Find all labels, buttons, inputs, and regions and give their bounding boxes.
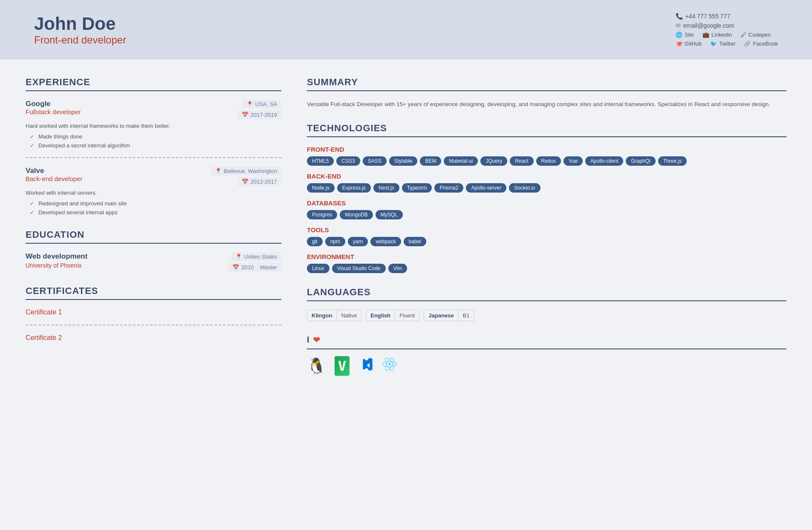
email-address: email@google.com	[683, 22, 734, 29]
divider-cert	[26, 325, 281, 325]
languages-section: LANGUAGES Klingon Native English Fluent …	[307, 287, 786, 321]
exp-period-text-valve: 2012-2017	[251, 179, 277, 185]
lang-level-klingon: Native	[337, 310, 361, 321]
tag: CSS3	[336, 156, 360, 166]
right-column: SUMMARY Versatile Full-stack Developer w…	[298, 77, 786, 376]
exp-desc-google: Hard worked with internal frameworks to …	[26, 123, 281, 129]
list-item: ✓ Made things done	[26, 133, 281, 140]
edu-year-level: 📅 2010 Master	[228, 263, 281, 272]
linux-icon: 🐧	[307, 357, 326, 375]
svg-point-0	[388, 363, 391, 366]
tag: HTML5	[307, 156, 334, 166]
experience-title: EXPERIENCE	[26, 77, 281, 91]
lang-name-english: English	[366, 310, 395, 321]
job-title: Front-end developer	[34, 34, 126, 46]
email-icon: ✉	[676, 22, 681, 29]
facebook-icon: 🔗	[744, 40, 751, 47]
exp-location-valve: 📍 Bellevue, Washington	[211, 167, 281, 176]
exp-company-valve: Valve	[26, 167, 82, 175]
twitter-link[interactable]: 🐦 Twitter	[710, 40, 735, 47]
edu-location: 📍 Unites States	[231, 252, 281, 261]
facebook-link[interactable]: 🔗 FaceBook	[744, 40, 778, 47]
facebook-label: FaceBook	[753, 40, 778, 47]
tech-backend: BACK-END Node.js Express.js Nest.js Type…	[307, 173, 786, 193]
edu-entry-phoenix: Web development University of Phoenix 📍 …	[26, 252, 281, 272]
tag: Stylable	[389, 156, 418, 166]
linkedin-link[interactable]: 💼 Linkedin	[702, 32, 732, 38]
lang-level-english: Fluent	[395, 310, 419, 321]
location-icon: 📍	[215, 168, 222, 174]
languages-title: LANGUAGES	[307, 287, 786, 301]
exp-location-text-valve: Bellevue, Washington	[224, 168, 277, 174]
tag: Node.js	[307, 183, 335, 193]
summary-section: SUMMARY Versatile Full-stack Developer w…	[307, 77, 786, 109]
tag: GraphQl	[626, 156, 655, 166]
calendar-icon: 📅	[232, 264, 239, 271]
edu-left: Web development University of Phoenix	[26, 252, 87, 269]
tag: React	[510, 156, 533, 166]
phone-number: +44 777 555 777	[685, 13, 731, 20]
tag: yarn	[348, 237, 368, 246]
heart-icon: ❤	[313, 335, 320, 345]
tech-tools-label: TOOLS	[307, 226, 786, 233]
i-love-title: I ❤	[307, 335, 786, 349]
tag: Typeorm	[402, 183, 432, 193]
tag: Prisma2	[434, 183, 463, 193]
github-link[interactable]: 🐙 GitHub	[676, 40, 702, 47]
exp-meta-google: 📍 USA, SA 📅 2017-2019	[213, 100, 281, 119]
tech-frontend-tags: HTML5 CSS3 SASS Stylable BEM Material-ui…	[307, 156, 786, 166]
edu-year: 2010	[241, 264, 254, 271]
exp-meta-valve: 📍 Bellevue, Washington 📅 2012-2017	[211, 167, 281, 186]
education-section: EDUCATION Web development University of …	[26, 229, 281, 272]
tech-databases-tags: Postgres MongoDB MySQL	[307, 210, 786, 219]
tag: SASS	[363, 156, 387, 166]
tag: Linux	[307, 264, 329, 273]
exp-desc-valve: Worked with internal servers.	[26, 190, 281, 196]
tag: npm	[325, 237, 345, 246]
phone-row: 📞 +44 777 555 777	[676, 13, 731, 20]
check-icon: ✓	[30, 201, 34, 207]
tag: Three.js	[658, 156, 687, 166]
experience-section: EXPERIENCE Google Fullstack developer 📍 …	[26, 77, 281, 216]
languages-grid: Klingon Native English Fluent Japanese B…	[307, 310, 786, 321]
site-link[interactable]: 🌐 Site	[676, 32, 694, 38]
bullet-text: Made things done	[38, 133, 82, 140]
header-name-block: John Doe Front-end developer	[34, 14, 126, 46]
tag: Express.js	[337, 183, 371, 193]
tech-environment: ENVIRONMENT Linux Visual Studio Code Vim	[307, 253, 786, 273]
codepen-link[interactable]: 🖊 Codepen	[741, 32, 771, 38]
list-item: ✓ Developed several internal apps	[26, 209, 281, 216]
certificate-2: Certificate 2	[26, 334, 281, 342]
tag: babel	[404, 237, 426, 246]
react-icon	[382, 357, 397, 375]
exp-period-text-google: 2017-2019	[251, 112, 277, 118]
technologies-section: TECHNOLOGIES FRONT-END HTML5 CSS3 SASS S…	[307, 123, 786, 273]
tag: Nest.js	[373, 183, 399, 193]
language-english: English Fluent	[366, 310, 419, 321]
edu-meta: 📍 Unites States 📅 2010 Master	[213, 252, 281, 272]
vscode-svg	[358, 357, 373, 372]
header-contact: 📞 +44 777 555 777 ✉ email@google.com 🌐 S…	[676, 13, 778, 47]
react-svg	[382, 357, 397, 372]
exp-location-google: 📍 USA, SA	[242, 100, 281, 109]
location-icon: 📍	[246, 101, 253, 107]
certificates-section: CERTIFICATES Certificate 1 Certificate 2	[26, 285, 281, 342]
exp-role-google: Fullstack developer	[26, 108, 81, 115]
check-icon: ✓	[30, 210, 34, 216]
certificates-title: CERTIFICATES	[26, 285, 281, 300]
tag: Vim	[388, 264, 407, 273]
certificate-1: Certificate 1	[26, 308, 281, 316]
tag: Apollo-server	[466, 183, 506, 193]
tag: MongoDB	[340, 210, 373, 219]
exp-period-valve: 📅 2012-2017	[237, 177, 281, 186]
edu-school: University of Phoenix	[26, 262, 87, 269]
full-name: John Doe	[34, 14, 126, 34]
links-row-1: 🌐 Site 💼 Linkedin 🖊 Codepen	[676, 32, 771, 38]
vim-icon: V	[335, 356, 350, 376]
experience-entry-google: Google Fullstack developer 📍 USA, SA 📅 2…	[26, 100, 281, 149]
exp-role-valve: Back-end developer	[26, 175, 82, 182]
tag: Material-ui	[444, 156, 478, 166]
main-content: EXPERIENCE Google Fullstack developer 📍 …	[0, 60, 812, 393]
exp-header-valve: Valve Back-end developer 📍 Bellevue, Was…	[26, 167, 281, 186]
tech-backend-label: BACK-END	[307, 173, 786, 180]
